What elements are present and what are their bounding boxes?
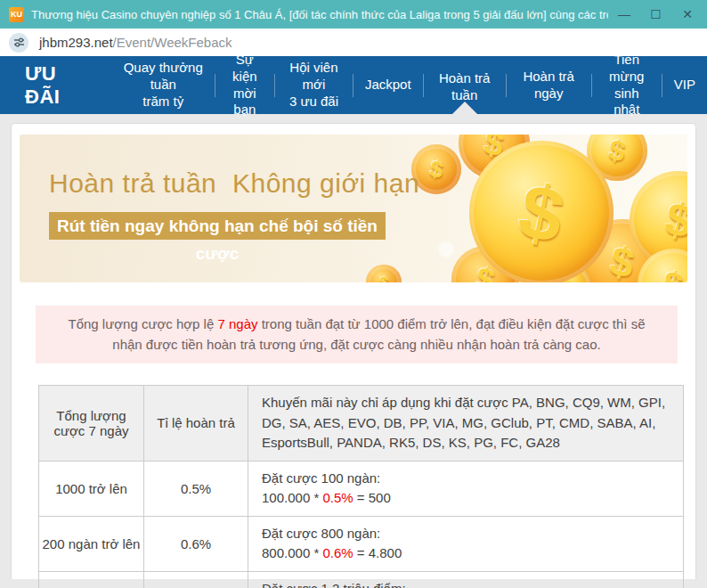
banner-title: Hoàn trả tuần Không giới hạn — [49, 168, 419, 199]
header-promo-scope: Khuyến mãi này chỉ áp dụng khi đặt cược … — [248, 386, 684, 461]
promo-navbar: ƯU ĐÃI Quay thưởng tuần trăm tỷ Sự kiện … — [0, 56, 707, 114]
promo-notice: Tổng lượng cược hợp lệ 7 ngày trong tuần… — [36, 306, 678, 363]
url-domain: jhbm293.net — [39, 35, 113, 50]
nav-item-hoan-tra-ngay[interactable]: Hoàn trả ngày — [507, 56, 591, 114]
content-panel: $ $ $ $ $ $ $ $ $ $ Hoàn trả tuần Không … — [11, 123, 696, 579]
site-settings-icon[interactable] — [9, 33, 28, 53]
nav-item-jackpot[interactable]: Jackpot — [354, 56, 423, 114]
example-cell: Đặt cược 100 ngàn: 100.000 * 0.5% = 500 — [248, 461, 684, 516]
window-title: Thương hiệu Casino chuyên nghiệp số 1 Ch… — [31, 8, 608, 21]
header-rate: Tỉ lệ hoàn trả — [144, 386, 248, 461]
address-bar[interactable]: jhbm293.net/Event/WeekFeback — [0, 29, 707, 56]
gold-coin-icon: $ — [469, 141, 614, 282]
ku-logo-icon: KU — [9, 7, 24, 22]
notice-text: Tổng lượng cược hợp lệ — [68, 316, 217, 331]
example-calc: 100.000 * 0.5% = 500 — [262, 488, 670, 509]
tier-cell: 1 triệu trở lên — [39, 571, 144, 588]
gold-coin-icon: $ — [366, 265, 402, 282]
header-tier: Tổng lượng cược 7 ngày — [39, 386, 144, 461]
sliders-glyph — [13, 37, 25, 48]
nav-item-su-kien[interactable]: Sự kiện mời bạn — [215, 56, 274, 114]
example-calc: 800.000 * 0.6% = 4.800 — [262, 543, 670, 564]
nav-item-hoi-vien-moi[interactable]: Hội viên mới 3 ưu đãi — [275, 56, 354, 114]
rate-cell: 0.5% — [144, 461, 248, 516]
nav-brand-uu-dai: ƯU ĐÃI — [0, 62, 111, 109]
example-title: Đặt cược 1,2 triệu điểm: — [262, 579, 670, 588]
nav-item-quay-thuong[interactable]: Quay thưởng tuần trăm tỷ — [111, 56, 215, 114]
maximize-button[interactable]: ☐ — [640, 2, 672, 27]
tier-cell: 200 ngàn trở lên — [39, 516, 144, 571]
nav-item-vip[interactable]: VIP — [662, 56, 707, 114]
banner-subtitle: Rút tiền ngay không hạn chế bội số tiền … — [49, 212, 386, 240]
url-display[interactable]: jhbm293.net/Event/WeekFeback — [39, 35, 232, 50]
tier-cell: 1000 trở lên — [39, 461, 144, 516]
table-row: 1 triệu trở lên 0.7% Đặt cược 1,2 triệu … — [39, 571, 684, 588]
notice-highlight: 7 ngày — [217, 316, 257, 331]
example-title: Đặt cược 800 ngàn: — [262, 524, 670, 544]
rate-cell: 0.7% — [144, 571, 248, 588]
promo-banner: $ $ $ $ $ $ $ $ $ $ Hoàn trả tuần Không … — [20, 135, 687, 282]
table-header-row: Tổng lượng cược 7 ngày Tỉ lệ hoàn trả Kh… — [39, 386, 684, 461]
nav-item-tien-mung[interactable]: Tiền mừng sinh nhật — [591, 56, 662, 114]
close-button[interactable]: ✕ — [671, 2, 703, 27]
url-path: /Event/WeekFeback — [113, 35, 232, 50]
example-cell: Đặt cược 800 ngàn: 800.000 * 0.6% = 4.80… — [248, 516, 684, 571]
example-cell: Đặt cược 1,2 triệu điểm: 1.200.000 * 0.7… — [248, 571, 684, 588]
window-titlebar: KU Thương hiệu Casino chuyên nghiệp số 1… — [0, 0, 707, 29]
cashback-table: Tổng lượng cược 7 ngày Tỉ lệ hoàn trả Kh… — [38, 385, 684, 588]
table-row: 200 ngàn trở lên 0.6% Đặt cược 800 ngàn:… — [39, 516, 684, 571]
rate-cell: 0.6% — [144, 516, 248, 571]
example-title: Đặt cược 100 ngàn: — [262, 469, 670, 489]
banner-glow — [438, 241, 454, 257]
nav-item-hoan-tra-tuan[interactable]: Hoàn trả tuần — [423, 56, 506, 114]
table-row: 1000 trở lên 0.5% Đặt cược 100 ngàn: 100… — [39, 461, 684, 516]
minimize-button[interactable]: — — [608, 2, 640, 27]
